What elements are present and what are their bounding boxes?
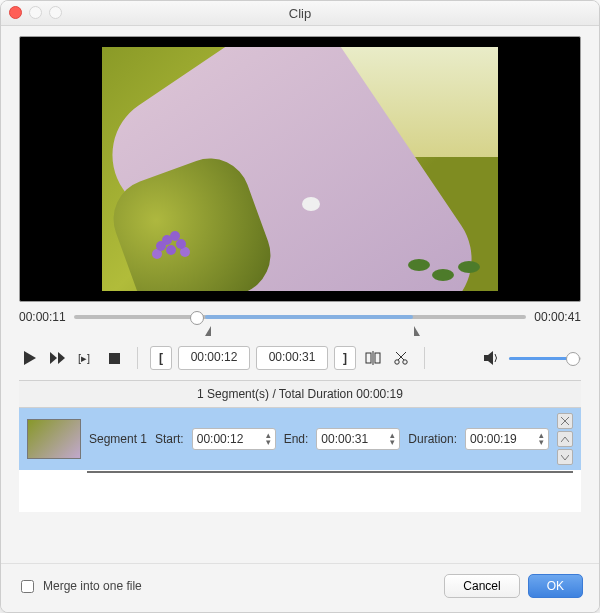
minimize-window-button[interactable] <box>29 6 42 19</box>
trim-end-field[interactable]: 00:00:31 <box>256 346 328 370</box>
svg-line-11 <box>396 352 404 360</box>
fast-forward-icon <box>50 352 66 364</box>
segment-thumbnail <box>27 419 81 459</box>
total-time-label: 00:00:41 <box>534 310 581 324</box>
volume-icon <box>484 351 500 365</box>
separator <box>424 347 425 369</box>
fast-forward-button[interactable] <box>47 347 69 369</box>
chevron-up-icon <box>561 437 569 442</box>
titlebar: Clip <box>1 1 599 26</box>
volume-fill <box>509 357 572 360</box>
dialog-footer: Merge into one file Cancel OK <box>1 563 599 612</box>
stepper-icon: ▴▾ <box>390 432 395 446</box>
svg-rect-6 <box>375 353 380 363</box>
segment-actions <box>557 413 573 465</box>
stepper-icon: ▴▾ <box>266 432 271 446</box>
start-label: Start: <box>155 432 184 446</box>
svg-point-8 <box>395 360 399 364</box>
timeline: 00:00:11 00:00:41 <box>19 310 581 324</box>
cut-button[interactable] <box>390 347 412 369</box>
cancel-button[interactable]: Cancel <box>444 574 519 598</box>
bracket-close-icon: ] <box>343 351 347 365</box>
volume-control <box>481 347 581 369</box>
segment-row[interactable]: Segment 1 Start: 00:00:12▴▾ End: 00:00:3… <box>19 408 581 470</box>
clip-dialog: Clip 00:00:11 00:00:41 <box>0 0 600 613</box>
window-title: Clip <box>289 6 311 21</box>
separator <box>137 347 138 369</box>
move-up-button[interactable] <box>557 431 573 447</box>
video-still <box>102 47 498 291</box>
merge-label: Merge into one file <box>43 579 142 593</box>
trim-markers <box>73 324 527 340</box>
play-icon <box>24 351 36 365</box>
segments-list: Segment 1 Start: 00:00:12▴▾ End: 00:00:3… <box>19 408 581 512</box>
svg-marker-2 <box>58 352 65 364</box>
content-area: 00:00:11 00:00:41 [▸] <box>1 26 599 512</box>
merge-checkbox-input[interactable] <box>21 580 34 593</box>
cut-icon <box>394 351 408 365</box>
timeline-selection <box>205 315 413 319</box>
segment-end-field[interactable]: 00:00:31▴▾ <box>316 428 400 450</box>
zoom-window-button[interactable] <box>49 6 62 19</box>
trim-end-marker[interactable] <box>414 326 420 336</box>
remove-segment-button[interactable] <box>557 413 573 429</box>
close-icon <box>561 417 569 425</box>
trim-start-field[interactable]: 00:00:12 <box>178 346 250 370</box>
next-segment-button[interactable]: [▸] <box>75 347 97 369</box>
svg-rect-4 <box>109 353 120 364</box>
set-start-button[interactable]: [ <box>150 346 172 370</box>
svg-point-9 <box>403 360 407 364</box>
svg-marker-1 <box>50 352 57 364</box>
stop-icon <box>109 353 120 364</box>
svg-marker-12 <box>484 351 493 365</box>
video-canvas <box>102 47 498 291</box>
timeline-track[interactable] <box>74 315 527 319</box>
split-icon <box>365 351 381 365</box>
player-toolbar: [▸] [ 00:00:12 00:00:31 ] <box>19 340 581 381</box>
stop-button[interactable] <box>103 347 125 369</box>
duration-label: Duration: <box>408 432 457 446</box>
svg-marker-0 <box>24 351 36 365</box>
next-clip-icon: [▸] <box>78 352 94 364</box>
chevron-down-icon <box>561 455 569 460</box>
window-controls <box>9 6 62 19</box>
segment-start-field[interactable]: 00:00:12▴▾ <box>192 428 276 450</box>
ok-button[interactable]: OK <box>528 574 583 598</box>
close-window-button[interactable] <box>9 6 22 19</box>
playhead[interactable] <box>190 311 204 325</box>
segment-duration-field[interactable]: 00:00:19▴▾ <box>465 428 549 450</box>
play-button[interactable] <box>19 347 41 369</box>
move-down-button[interactable] <box>557 449 573 465</box>
mute-button[interactable] <box>481 347 503 369</box>
split-button[interactable] <box>362 347 384 369</box>
volume-handle[interactable] <box>566 352 580 366</box>
svg-line-10 <box>398 352 406 360</box>
svg-rect-5 <box>366 353 371 363</box>
segments-summary: 1 Segment(s) / Total Duration 00:00:19 <box>19 381 581 408</box>
bracket-open-icon: [ <box>159 351 163 365</box>
set-end-button[interactable]: ] <box>334 346 356 370</box>
segment-progress-bar <box>87 471 573 473</box>
stepper-icon: ▴▾ <box>539 432 544 446</box>
current-time-label: 00:00:11 <box>19 310 66 324</box>
trim-start-marker[interactable] <box>205 326 211 336</box>
video-preview[interactable] <box>19 36 581 302</box>
volume-slider[interactable] <box>509 357 581 360</box>
svg-text:[▸]: [▸] <box>78 352 90 364</box>
segment-name: Segment 1 <box>89 432 147 446</box>
merge-checkbox[interactable]: Merge into one file <box>17 577 142 596</box>
end-label: End: <box>284 432 309 446</box>
